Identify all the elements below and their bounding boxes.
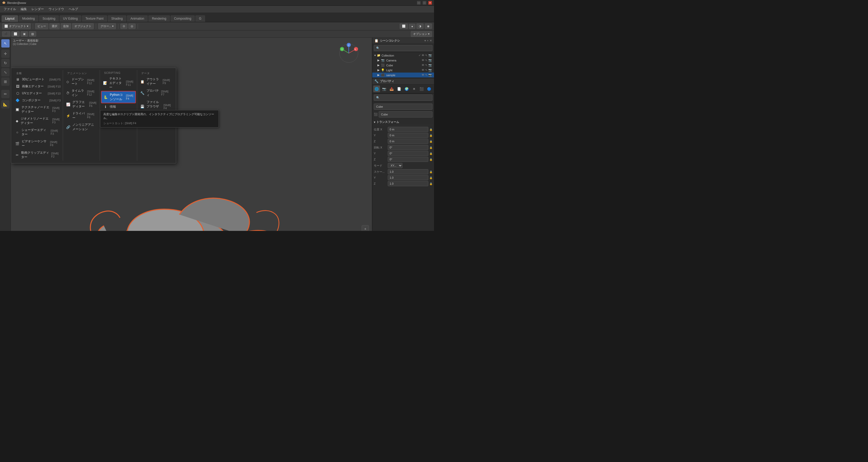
menu-window[interactable]: ウィンドウ — [46, 6, 66, 12]
tab-compositing[interactable]: Compositing — [170, 15, 195, 22]
outliner-item-cube[interactable]: ▶ ⬛ Cube 👁 ↖ 📷 — [372, 63, 434, 68]
transform-global[interactable]: グロー... ▾ — [98, 23, 116, 29]
scale-y-input[interactable] — [388, 175, 428, 180]
light-select[interactable]: ↖ — [425, 68, 428, 72]
proportional-btn[interactable]: ◎ — [128, 24, 135, 29]
tab-animation[interactable]: Animation — [127, 15, 148, 22]
pos-x-lock[interactable]: 🔒 — [429, 128, 432, 131]
viewport[interactable]: ユーザー・透視投影 (1) Collection | Cube X Y Z — [11, 38, 372, 231]
scale-tool[interactable]: ⤡ — [1, 68, 9, 76]
menu-uv-editor[interactable]: ⬡ UVエディター [Shift] F10 — [13, 90, 63, 97]
zoom-in-btn[interactable]: + — [362, 225, 369, 231]
scene-props-icon[interactable]: 🌐 — [373, 86, 380, 92]
menu-info[interactable]: ℹ 情報 — [101, 103, 135, 110]
snap-btn[interactable]: ⊙ — [120, 24, 127, 29]
sample-select[interactable]: ↖ — [425, 73, 428, 77]
menu-texture-node[interactable]: 🔲 テクスチャノードエディター [Shift] F3 — [13, 104, 63, 115]
collection-select[interactable]: ↖ — [425, 54, 428, 57]
light-render[interactable]: 📷 — [428, 68, 432, 72]
sample-eye[interactable]: 👁 — [422, 73, 425, 77]
tab-modeling[interactable]: Modeling — [19, 15, 38, 22]
menu-python-console[interactable]: 🐍 Pythonコンソール [Shift] F4 — [101, 91, 135, 103]
collection-eye[interactable]: 👁 — [422, 54, 425, 57]
menu-timeline[interactable]: ⏱ タイムライン [Shift] F12 — [64, 87, 99, 99]
outliner-item-light[interactable]: ▶ 💡 Light 👁 ↖ 📷 — [372, 68, 434, 73]
menu-shader[interactable]: ○ シェーダーエディター [Shift] F3 — [13, 127, 63, 138]
transform-tool[interactable]: ⊞ — [1, 77, 9, 86]
maximize-button[interactable]: □ — [423, 1, 426, 5]
tab-rendering[interactable]: Rendering — [148, 15, 170, 22]
outliner-add-icon[interactable]: + — [427, 39, 429, 42]
scene-icon[interactable]: 🌍 — [403, 86, 410, 92]
pos-x-input[interactable] — [388, 127, 428, 132]
output-props-icon[interactable]: 📤 — [388, 86, 395, 92]
menu-file[interactable]: ファイル — [2, 6, 18, 12]
tab-shading[interactable]: Shading — [108, 15, 126, 22]
pos-z-lock[interactable]: 🔒 — [429, 140, 432, 143]
rot-z-lock[interactable]: 🔒 — [429, 158, 432, 161]
scale-x-input[interactable] — [388, 169, 428, 174]
rot-y-lock[interactable]: 🔒 — [429, 152, 432, 155]
tab-layout[interactable]: Layout — [2, 15, 18, 22]
view-layer-icon[interactable]: 📑 — [396, 86, 402, 92]
transform-section-header[interactable]: ▾ トランスフォーム — [374, 119, 432, 125]
close-button[interactable]: ✕ — [428, 1, 432, 5]
mode-icon-4[interactable]: ▨ — [29, 31, 36, 37]
pos-y-input[interactable] — [388, 133, 428, 138]
scene-collection-header[interactable]: ▾ 📁 Collection ✓ 👁 ↖ 📷 — [372, 53, 434, 58]
modifier-icon[interactable]: 🔵 — [426, 86, 432, 92]
object-menu[interactable]: オブジェクト — [72, 23, 94, 29]
select-menu[interactable]: 選択 — [49, 23, 60, 29]
measure-tool[interactable]: 📐 — [1, 100, 9, 108]
collection-check[interactable]: ✓ — [418, 54, 421, 57]
scale-x-lock[interactable]: 🔒 — [429, 170, 432, 173]
select-tool[interactable]: ↖ — [1, 39, 9, 47]
collection-render[interactable]: 📷 — [428, 54, 432, 57]
menu-render[interactable]: レンダー — [29, 6, 46, 12]
tab-texture-paint[interactable]: Texture Paint — [82, 15, 107, 22]
move-tool[interactable]: ✛ — [1, 50, 9, 58]
object-icon[interactable]: ⬛ — [418, 86, 425, 92]
world-icon[interactable]: ☀ — [411, 86, 417, 92]
add-menu[interactable]: 追加 — [61, 23, 71, 29]
outliner-close-icon[interactable]: ✕ — [430, 39, 432, 42]
menu-video-seq[interactable]: 🎬 ビデオシーケンサー [Shift] F8 — [13, 138, 63, 149]
pos-y-lock[interactable]: 🔒 — [429, 134, 432, 137]
shading-render[interactable]: ◉ — [425, 24, 432, 29]
outliner-item-camera[interactable]: ▶ 📷 Camera 👁 ↖ 📷 — [372, 58, 434, 63]
data-name-input[interactable] — [379, 111, 432, 118]
tab-uv-editing[interactable]: UV Editing — [59, 15, 82, 22]
scale-y-lock[interactable]: 🔒 — [429, 176, 432, 179]
tab-g[interactable]: G — [195, 15, 205, 22]
outliner-item-sample[interactable]: ▶ ⬛ sample 👁 ↖ 📷 — [372, 73, 434, 77]
menu-outliner[interactable]: 📋 アウトライナー [Shift] F9 — [138, 76, 173, 87]
outliner-filter-icon[interactable]: ▾ — [425, 39, 426, 42]
rot-z-input[interactable] — [388, 157, 428, 162]
cam-select[interactable]: ↖ — [425, 59, 428, 62]
props-search[interactable] — [374, 95, 432, 101]
mode-selector[interactable]: ⬜ オブジェクト ▾ — [2, 23, 31, 29]
menu-nla[interactable]: 🔗 ノンリニアアニメーション — [64, 121, 99, 133]
minimize-button[interactable]: — — [417, 1, 421, 5]
cam-eye[interactable]: 👁 — [422, 59, 425, 62]
view-menu[interactable]: ビュー — [35, 23, 48, 29]
menu-dopesheet[interactable]: ◇ ドープシート [Shift] F12 — [64, 76, 99, 87]
cam-render[interactable]: 📷 — [428, 59, 432, 62]
light-eye[interactable]: 👁 — [422, 68, 425, 72]
shading-solid[interactable]: ● — [409, 24, 415, 29]
menu-text-editor[interactable]: 📝 テキストエディター [Shift] F11 — [101, 75, 135, 91]
cube-eye[interactable]: 👁 — [422, 64, 425, 67]
options-toggle[interactable]: オプション ▾ — [411, 31, 432, 37]
menu-image-editor[interactable]: 🖼 画像エディター [Shift] F10 — [13, 83, 63, 90]
object-name-input[interactable] — [374, 104, 432, 110]
cube-select[interactable]: ↖ — [425, 64, 428, 67]
scale-z-input[interactable] — [388, 181, 428, 186]
pos-z-input[interactable] — [388, 139, 428, 144]
menu-3d-viewport[interactable]: 🖥 3Dビューポート [Shift] F5 — [13, 76, 63, 83]
menu-help[interactable]: ヘルプ — [67, 6, 80, 12]
menu-edit[interactable]: 編集 — [19, 6, 29, 12]
annotate-tool[interactable]: ✏ — [1, 90, 9, 98]
scale-z-lock[interactable]: 🔒 — [429, 182, 432, 185]
menu-geo-node[interactable]: ◆ ジオメトリノードエディター [Shift] F3 — [13, 115, 63, 127]
rot-x-input[interactable] — [388, 145, 428, 150]
